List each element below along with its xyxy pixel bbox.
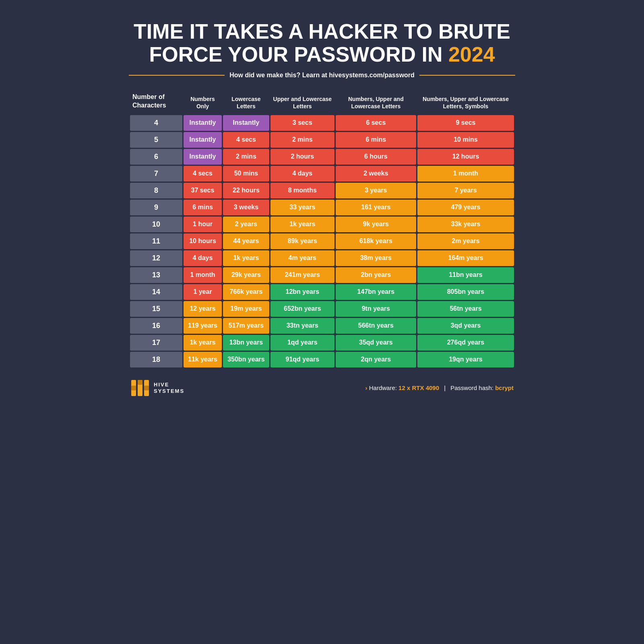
char-count: 13 <box>130 267 182 283</box>
char-count: 14 <box>130 284 182 300</box>
footer: HIVE SYSTEMS › Hardware: 12 x RTX 4090 |… <box>129 378 515 398</box>
time-value: 2 mins <box>270 132 334 148</box>
time-value: 8 months <box>270 183 334 198</box>
time-value: 276qd years <box>417 335 514 351</box>
footer-info: › Hardware: 12 x RTX 4090 | Password has… <box>365 384 514 391</box>
char-count: 6 <box>130 149 182 165</box>
time-value: 56tn years <box>417 301 514 317</box>
char-count: 4 <box>130 115 182 131</box>
svg-rect-4 <box>138 380 142 385</box>
subtitle-bar: How did we make this? Learn at hivesyste… <box>129 72 515 79</box>
time-value: 7 years <box>417 183 514 198</box>
time-value: 6 secs <box>336 115 416 131</box>
time-value: 1qd years <box>270 335 334 351</box>
time-value: Instantly <box>184 115 222 131</box>
time-value: 517m years <box>223 318 269 334</box>
time-value: 11k years <box>184 352 222 367</box>
time-value: 19m years <box>223 301 269 317</box>
time-value: 3 years <box>336 183 416 198</box>
time-value: 241m years <box>270 267 334 283</box>
time-value: 3qd years <box>417 318 514 334</box>
col-header-numbers: Numbers Only <box>184 89 222 114</box>
time-value: 11bn years <box>417 267 514 283</box>
time-value: 566tn years <box>336 318 416 334</box>
time-value: 4 days <box>184 250 222 266</box>
time-value: 2 weeks <box>336 166 416 182</box>
subtitle-line-right <box>419 75 515 76</box>
time-value: 91qd years <box>270 352 334 367</box>
time-value: 2 mins <box>223 149 269 165</box>
char-count: 18 <box>130 352 182 367</box>
time-value: 44 years <box>223 233 269 249</box>
time-value: 6 mins <box>184 200 222 215</box>
time-value: 3 secs <box>270 115 334 131</box>
time-value: 479 years <box>417 200 514 215</box>
col-header-lower: Lowercase Letters <box>223 89 269 114</box>
char-count: 9 <box>130 200 182 215</box>
time-value: 1 year <box>184 284 222 300</box>
time-value: 9k years <box>336 217 416 232</box>
time-value: 33k years <box>417 217 514 232</box>
char-count: 17 <box>130 335 182 351</box>
char-count: 15 <box>130 301 182 317</box>
main-title: TIME IT TAKES A HACKER TO BRUTE FORCE YO… <box>129 20 515 66</box>
time-value: 766k years <box>223 284 269 300</box>
time-value: 50 mins <box>223 166 269 182</box>
time-value: 33tn years <box>270 318 334 334</box>
logo-text: HIVE SYSTEMS <box>154 382 184 394</box>
time-value: 1 month <box>184 267 222 283</box>
time-value: 13bn years <box>223 335 269 351</box>
hive-logo-icon <box>130 378 150 398</box>
page-wrapper: TIME IT TAKES A HACKER TO BRUTE FORCE YO… <box>121 12 523 410</box>
time-value: 4 secs <box>223 132 269 148</box>
time-value: 9 secs <box>417 115 514 131</box>
col-header-num-upper-lower-sym: Numbers, Upper and Lowercase Letters, Sy… <box>417 89 514 114</box>
char-count: 16 <box>130 318 182 334</box>
time-value: 29k years <box>223 267 269 283</box>
hardware-value: 12 x RTX 4090 <box>398 384 439 391</box>
svg-rect-3 <box>131 386 136 390</box>
time-value: 1 month <box>417 166 514 182</box>
time-value: 4m years <box>270 250 334 266</box>
hash-value: bcrypt <box>495 384 514 391</box>
time-value: 350bn years <box>223 352 269 367</box>
time-value: 35qd years <box>336 335 416 351</box>
time-value: 147bn years <box>336 284 416 300</box>
col-header-upper-lower: Upper and Lowercase Letters <box>270 89 334 114</box>
password-table: Number of Characters Numbers Only Lowerc… <box>129 88 515 369</box>
col-header-chars: Number of Characters <box>130 89 182 114</box>
time-value: 2qn years <box>336 352 416 367</box>
time-value: Instantly <box>184 132 222 148</box>
time-value: 12bn years <box>270 284 334 300</box>
time-value: 6 hours <box>336 149 416 165</box>
char-count: 10 <box>130 217 182 232</box>
time-value: 1k years <box>270 217 334 232</box>
time-value: 2 hours <box>270 149 334 165</box>
time-value: 805bn years <box>417 284 514 300</box>
subtitle-line-left <box>129 75 225 76</box>
time-value: 1k years <box>223 250 269 266</box>
time-value: 9tn years <box>336 301 416 317</box>
char-count: 5 <box>130 132 182 148</box>
char-count: 8 <box>130 183 182 198</box>
char-count: 7 <box>130 166 182 182</box>
time-value: 2m years <box>417 233 514 249</box>
time-value: 6 mins <box>336 132 416 148</box>
time-value: 38m years <box>336 250 416 266</box>
time-value: 19qn years <box>417 352 514 367</box>
char-count: 12 <box>130 250 182 266</box>
time-value: 1k years <box>184 335 222 351</box>
time-value: 161 years <box>336 200 416 215</box>
time-value: 618k years <box>336 233 416 249</box>
time-value: 22 hours <box>223 183 269 198</box>
time-value: 10 hours <box>184 233 222 249</box>
time-value: 3 weeks <box>223 200 269 215</box>
time-value: 89k years <box>270 233 334 249</box>
time-value: 10 mins <box>417 132 514 148</box>
svg-rect-5 <box>144 386 149 390</box>
footer-arrow: › <box>365 384 367 391</box>
subtitle-text: How did we make this? Learn at hivesyste… <box>229 72 415 79</box>
time-value: 1 hour <box>184 217 222 232</box>
time-value: Instantly <box>184 149 222 165</box>
time-value: 2 years <box>223 217 269 232</box>
